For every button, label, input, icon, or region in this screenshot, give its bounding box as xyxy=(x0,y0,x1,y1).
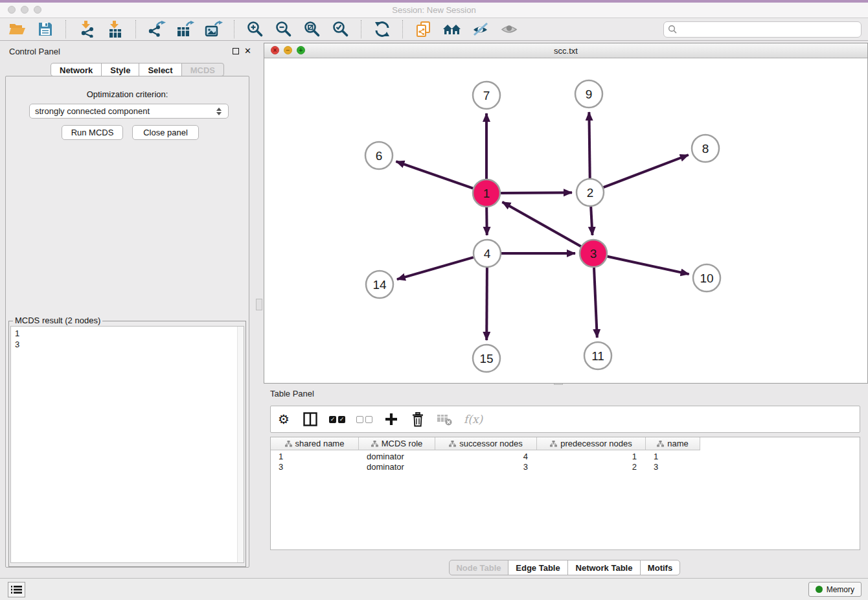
checked-box-icon: ✓ xyxy=(338,416,345,423)
node-7-label: 7 xyxy=(483,89,490,102)
close-panel-button[interactable]: Close panel xyxy=(132,125,199,140)
zoom-out-button[interactable] xyxy=(273,19,294,39)
tab-network-table[interactable]: Network Table xyxy=(567,560,641,575)
cell-successor-nodes[interactable]: 3 xyxy=(435,462,537,472)
run-mcds-button[interactable]: Run MCDS xyxy=(62,125,123,140)
column-sort-icon xyxy=(550,441,557,447)
column-header-MCDS-role[interactable]: MCDS role xyxy=(359,437,435,450)
unchecked-box-icon xyxy=(356,416,363,423)
import-table-button[interactable] xyxy=(105,19,126,39)
cell-shared-name[interactable]: 3 xyxy=(271,462,359,472)
toolbar-separator xyxy=(402,20,404,38)
tab-style[interactable]: Style xyxy=(101,63,139,76)
node-10-label: 10 xyxy=(700,271,713,285)
unselect-all-columns-button[interactable] xyxy=(356,410,372,429)
vertical-splitter-handle[interactable] xyxy=(256,299,262,310)
tab-mcds[interactable]: MCDS xyxy=(181,63,224,76)
open-session-button[interactable] xyxy=(6,19,27,39)
column-header-shared-name[interactable]: shared name xyxy=(271,437,359,450)
toolbar-separator xyxy=(234,20,235,38)
column-header-label: predecessor nodes xyxy=(560,439,632,448)
import-network-button[interactable] xyxy=(76,19,97,39)
zoom-in-button[interactable] xyxy=(245,19,266,39)
search-input[interactable] xyxy=(680,24,857,35)
app-titlebar: Session: New Session xyxy=(0,3,868,18)
control-panel-tabs: Network Style Select MCDS xyxy=(51,63,224,76)
cell-shared-name[interactable]: 1 xyxy=(271,452,359,462)
task-history-button[interactable] xyxy=(8,582,25,597)
control-panel-title: Control Panel xyxy=(9,47,60,56)
control-panel-header: Control Panel ✕ xyxy=(0,45,255,59)
close-control-panel-button[interactable]: ✕ xyxy=(244,46,251,56)
cell-name[interactable]: 1 xyxy=(646,452,700,462)
column-header-name[interactable]: name xyxy=(646,437,700,450)
homes-icon xyxy=(442,21,462,37)
edge-2-3[interactable] xyxy=(591,207,592,235)
unchecked-box-icon xyxy=(365,416,372,423)
tab-node-table[interactable]: Node Table xyxy=(449,560,508,575)
network-canvas[interactable]: 7968124310141511 xyxy=(264,58,867,383)
edge-1-6[interactable] xyxy=(396,161,473,189)
table-row: 1dominator411 xyxy=(271,452,700,462)
export-image-icon xyxy=(205,21,223,38)
delete-column-button[interactable] xyxy=(410,410,426,429)
status-bar: Memory xyxy=(0,578,868,600)
column-header-label: shared name xyxy=(295,439,345,448)
float-control-panel-button[interactable] xyxy=(233,48,239,54)
column-header-successor-nodes[interactable]: successor nodes xyxy=(435,437,537,450)
column-sort-icon xyxy=(285,441,292,447)
cell-predecessor-nodes[interactable]: 1 xyxy=(537,452,646,462)
export-table-icon xyxy=(176,21,194,38)
cell-predecessor-nodes[interactable]: 2 xyxy=(537,462,646,472)
column-header-predecessor-nodes[interactable]: predecessor nodes xyxy=(537,437,646,450)
zoom-selected-button[interactable] xyxy=(330,19,351,39)
tab-edge-table[interactable]: Edge Table xyxy=(508,560,568,575)
result-scrollbar[interactable] xyxy=(237,327,244,562)
copy-current-view-button[interactable] xyxy=(413,19,434,39)
tab-motifs[interactable]: Motifs xyxy=(640,560,680,575)
toolbar-separator xyxy=(65,20,67,38)
edge-2-9[interactable] xyxy=(589,112,589,178)
show-hidden-button[interactable] xyxy=(499,19,520,39)
hide-selected-button[interactable] xyxy=(470,19,491,39)
search-icon xyxy=(668,25,677,34)
node-8-label: 8 xyxy=(702,142,709,156)
memory-status-icon xyxy=(816,586,823,593)
edge-3-11[interactable] xyxy=(594,268,597,338)
table-settings-button[interactable]: ⚙ xyxy=(276,410,291,429)
tab-select[interactable]: Select xyxy=(139,63,181,76)
optimization-criterion-label: Optimization criterion: xyxy=(6,89,249,99)
select-all-columns-button[interactable]: ✓ ✓ xyxy=(329,410,345,429)
refresh-view-button[interactable] xyxy=(372,19,393,39)
cell-MCDS-role[interactable]: dominator xyxy=(359,452,435,462)
show-all-nodes-and-edges-button[interactable] xyxy=(442,19,463,39)
edge-2-8[interactable] xyxy=(604,155,689,187)
edge-3-1[interactable] xyxy=(502,202,580,247)
edge-4-14[interactable] xyxy=(397,257,474,279)
columns-icon xyxy=(303,412,317,426)
show-column-panel-button[interactable] xyxy=(303,410,318,429)
export-table-button[interactable] xyxy=(175,19,196,39)
memory-button[interactable]: Memory xyxy=(808,582,862,597)
eye-icon xyxy=(500,21,518,37)
zoom-fit-content-button[interactable] xyxy=(302,19,323,39)
delete-table-button[interactable] xyxy=(437,410,453,429)
criterion-select[interactable]: strongly connected component xyxy=(29,104,229,119)
export-image-button[interactable] xyxy=(203,19,224,39)
cell-name[interactable]: 3 xyxy=(646,462,700,472)
edge-1-2[interactable] xyxy=(501,192,572,193)
cell-MCDS-role[interactable]: dominator xyxy=(359,462,435,472)
create-column-button[interactable] xyxy=(383,410,399,429)
export-network-button[interactable] xyxy=(146,19,167,39)
edge-1-4[interactable] xyxy=(486,207,487,235)
search-field[interactable] xyxy=(663,21,862,38)
save-session-button[interactable] xyxy=(35,19,56,39)
column-sort-icon xyxy=(657,441,664,447)
edge-3-10[interactable] xyxy=(608,257,689,274)
cell-successor-nodes[interactable]: 4 xyxy=(435,452,537,462)
function-builder-button[interactable]: f(x) xyxy=(464,410,483,429)
edge-4-15[interactable] xyxy=(486,268,487,340)
export-network-icon xyxy=(148,21,166,38)
save-floppy-icon xyxy=(38,22,52,36)
tab-network[interactable]: Network xyxy=(51,63,102,76)
